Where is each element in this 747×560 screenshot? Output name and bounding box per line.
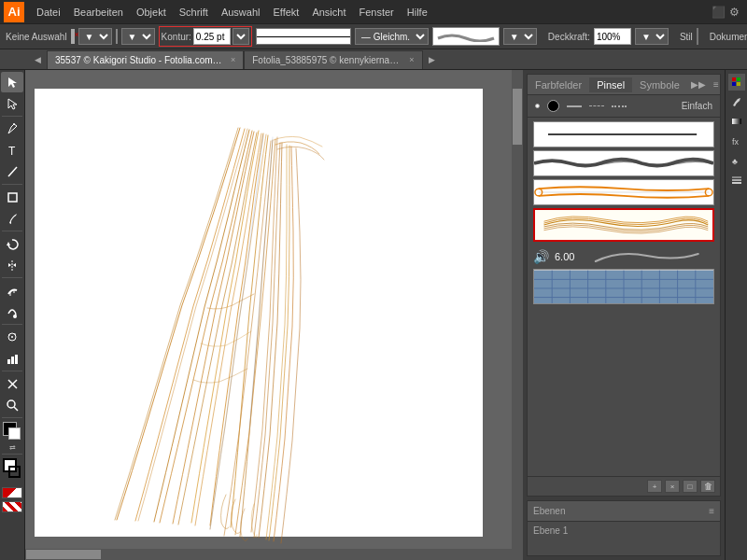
color-panel-icon[interactable] [728, 74, 745, 91]
layers-panel-stub: Ebenen ≡ Ebene 1 [527, 500, 721, 556]
tab-left-arrow[interactable]: ◀ [28, 55, 47, 64]
kontur-unit-dropdown[interactable]: ▼ [233, 28, 249, 45]
tool-sep-1 [2, 116, 22, 117]
transparency-panel-icon[interactable]: fx [728, 133, 745, 149]
dokument-label: Dokument [710, 32, 747, 42]
kontur-input[interactable] [193, 28, 231, 45]
main-area: T [0, 70, 747, 560]
tool-zoom[interactable] [1, 395, 23, 415]
doc-tab-1[interactable]: 35537 © Kakigori Studio - Fotolia.com [K… [47, 50, 244, 69]
fill-dropdown[interactable]: ▼ [78, 28, 112, 45]
menu-effekt[interactable]: Effekt [266, 5, 305, 20]
pattern-indicator[interactable] [2, 501, 22, 512]
tool-rotate[interactable] [1, 233, 23, 254]
footer-duplicate-btn[interactable]: □ [683, 480, 698, 493]
svg-rect-28 [732, 119, 741, 124]
brush-item-1[interactable] [533, 121, 714, 147]
background-swatch[interactable] [8, 427, 21, 440]
brush-dot-small[interactable] [535, 104, 540, 108]
h-scrollbar-thumb[interactable] [26, 550, 101, 559]
stil-swatch[interactable] [697, 28, 698, 45]
vertical-scrollbar[interactable] [512, 70, 523, 560]
symbols-panel-icon[interactable]: ♣ [728, 152, 745, 169]
canvas-area[interactable] [25, 70, 523, 560]
gradient-panel-icon[interactable] [728, 113, 745, 130]
fill-swatch[interactable]: × [71, 29, 75, 44]
brush-dash-2[interactable] [589, 105, 604, 107]
svg-text:♣: ♣ [732, 157, 738, 166]
color-swatch-area[interactable] [1, 422, 23, 442]
menu-bearbeiten[interactable]: Bearbeiten [67, 5, 130, 20]
horizontal-scrollbar[interactable] [25, 549, 523, 560]
tool-pen[interactable] [1, 119, 23, 139]
kontur-label: Kontur: [162, 32, 191, 42]
deckkraft-label: Deckkraft: [548, 32, 590, 42]
tool-warp[interactable] [1, 301, 23, 322]
panel-menu-btn[interactable]: ≡ [710, 79, 723, 90]
menu-auswahl[interactable]: Auswahl [215, 5, 267, 20]
stroke-dropdown[interactable]: ▼ [121, 28, 155, 45]
brush-item-3[interactable] [533, 179, 714, 205]
brush-item-4-selected[interactable] [533, 208, 714, 242]
stroke-indicator[interactable] [8, 466, 21, 478]
brush-dot-medium[interactable] [547, 100, 559, 112]
brush-dash-3[interactable] [612, 105, 627, 107]
tool-symbol-spray[interactable] [1, 327, 23, 347]
footer-trash-btn[interactable]: 🗑 [700, 480, 715, 493]
svg-point-22 [7, 400, 15, 408]
tab-pinsel[interactable]: Pinsel [589, 77, 632, 92]
settings-icon[interactable]: ⚙ [729, 6, 740, 19]
tool-mirror[interactable] [1, 255, 23, 275]
tab-farbfelder[interactable]: Farbfelder [528, 77, 589, 92]
gradient-indicator[interactable] [2, 487, 22, 498]
deckkraft-dropdown[interactable]: ▼ [635, 28, 669, 45]
strich-preview[interactable] [256, 28, 351, 45]
menu-objekt[interactable]: Objekt [130, 5, 173, 20]
svg-marker-1 [8, 99, 17, 109]
stroke-swatch[interactable] [116, 29, 118, 44]
layers-icon[interactable] [728, 172, 745, 189]
tool-direct-select[interactable] [1, 93, 23, 114]
doc-tab-2[interactable]: Fotolia_53885975 © kennykiernan - Fotoli… [244, 50, 422, 69]
svg-marker-0 [8, 77, 17, 88]
tool-line[interactable] [1, 161, 23, 182]
menu-hilfe[interactable]: Hilfe [401, 5, 434, 20]
layers-menu-btn[interactable]: ≡ [709, 506, 714, 516]
tool-sep-8 [2, 454, 22, 455]
tool-select[interactable] [1, 72, 23, 92]
brush-dropdown[interactable]: ▼ [503, 28, 537, 45]
doc-tab-2-close[interactable]: × [409, 55, 414, 64]
doc-tab-1-close[interactable]: × [231, 55, 235, 64]
gleichm-dropdown[interactable]: — Gleichm. [355, 28, 429, 45]
right-panel-area: fx ♣ Farbfelder Pinsel Symbole ▶▶ ≡ [523, 70, 747, 560]
kontur-box: Kontur: ▼ [159, 26, 252, 47]
tab-symbole[interactable]: Symbole [632, 77, 687, 92]
footer-delete-btn[interactable]: × [665, 480, 680, 493]
swap-colors-btn[interactable]: ⇄ [9, 443, 16, 452]
minimize-icon[interactable]: ⬛ [712, 6, 726, 19]
menu-fenster[interactable]: Fenster [352, 5, 400, 20]
layers-empty-msg: Ebene 1 [533, 525, 714, 536]
tool-sep-5 [2, 324, 22, 325]
tool-rect[interactable] [1, 187, 23, 207]
tab-right-arrow[interactable]: ▶ [423, 55, 442, 64]
menu-schrift[interactable]: Schrift [173, 5, 215, 20]
brush-stroke-preview[interactable] [432, 27, 500, 46]
menu-datei[interactable]: Datei [30, 5, 67, 20]
brush-item-2[interactable] [533, 150, 714, 176]
brush-panel-icon[interactable] [728, 93, 745, 110]
brush-dots-row: Einfach [528, 95, 720, 118]
panel-expand-btn[interactable]: ▶▶ [687, 79, 710, 90]
tool-paintbrush[interactable] [1, 208, 23, 229]
scrollbar-thumb[interactable] [513, 89, 522, 145]
footer-add-btn[interactable]: + [647, 480, 662, 493]
tool-width[interactable] [1, 280, 23, 301]
tool-slice[interactable] [1, 373, 23, 394]
tool-type[interactable]: T [1, 140, 23, 161]
menu-ansicht[interactable]: Ansicht [305, 5, 352, 20]
stroke-fill-area[interactable] [1, 458, 23, 486]
deckkraft-input[interactable] [594, 28, 631, 45]
tool-column-graph[interactable] [1, 348, 23, 369]
brush-item-5[interactable] [533, 269, 714, 304]
brush-dash-1[interactable] [567, 105, 582, 107]
